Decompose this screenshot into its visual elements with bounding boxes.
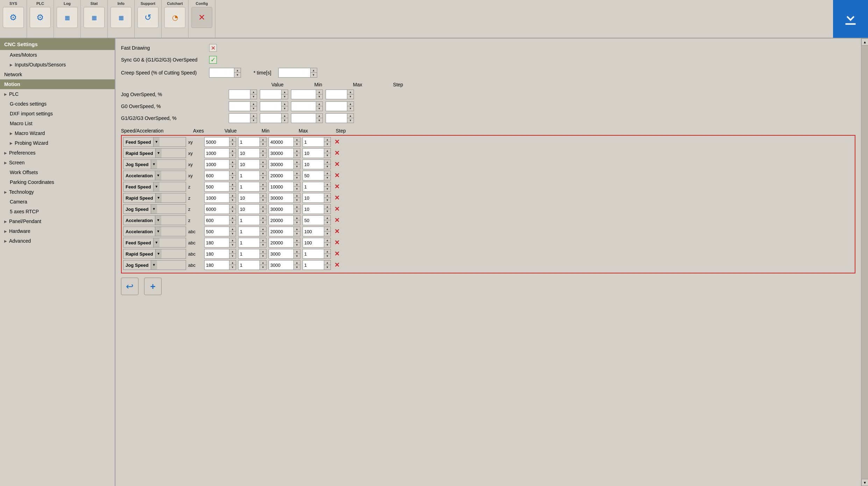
speed-value-9[interactable] xyxy=(205,238,229,247)
speed-min-down-7[interactable]: ▼ xyxy=(260,220,266,225)
speed-step-8[interactable] xyxy=(303,227,324,236)
speed-type-dropdown-9[interactable]: Feed Speed ▼ xyxy=(123,238,186,248)
sidebar-item-probing-wizard[interactable]: ▶ Probing Wizard xyxy=(0,138,115,148)
add-row-button[interactable]: + xyxy=(144,278,162,295)
config-icon[interactable]: ✕ xyxy=(191,7,212,28)
plc-icon[interactable]: ⚙ xyxy=(30,7,51,28)
speed-max-down-11[interactable]: ▼ xyxy=(294,265,300,270)
speed-value-down-0[interactable]: ▼ xyxy=(229,142,236,146)
speed-max-input-1[interactable]: ▲ ▼ xyxy=(269,148,300,158)
speed-min-input-5[interactable]: ▲ ▼ xyxy=(238,193,266,203)
g1-overspeed-min-up[interactable]: ▲ xyxy=(282,114,288,118)
download-button[interactable] xyxy=(833,0,868,38)
speed-min-down-0[interactable]: ▼ xyxy=(260,142,266,146)
speed-max-down-3[interactable]: ▼ xyxy=(294,176,300,180)
g0-overspeed-value-down[interactable]: ▼ xyxy=(250,106,257,111)
delete-row-button-1[interactable]: ✕ xyxy=(333,149,341,157)
jog-overspeed-step-input[interactable]: 10 ▲▼ xyxy=(326,90,354,99)
speed-step-up-5[interactable]: ▲ xyxy=(324,193,330,198)
speed-value-5[interactable] xyxy=(205,193,229,202)
speed-max-down-4[interactable]: ▼ xyxy=(294,187,300,191)
speed-max-up-4[interactable]: ▲ xyxy=(294,182,300,187)
speed-max-input-3[interactable]: ▲ ▼ xyxy=(269,171,300,180)
g0-overspeed-min[interactable]: 5 xyxy=(260,102,281,111)
undo-button[interactable]: ↩ xyxy=(121,278,138,295)
speed-max-down-8[interactable]: ▼ xyxy=(294,231,300,236)
g1-overspeed-max-input[interactable]: 150 ▲▼ xyxy=(291,113,323,123)
speed-min-7[interactable] xyxy=(239,216,259,225)
g0-overspeed-value[interactable]: 100 xyxy=(229,102,250,111)
scroll-track[interactable] xyxy=(861,45,868,479)
sidebar-item-screen[interactable]: ▶ Screen xyxy=(0,158,115,167)
speed-value-input-2[interactable]: ▲ ▼ xyxy=(204,159,236,169)
speed-step-2[interactable] xyxy=(303,160,324,169)
speed-max-down-2[interactable]: ▼ xyxy=(294,164,300,169)
speed-max-up-0[interactable]: ▲ xyxy=(294,137,300,142)
speed-type-arrow-icon-8[interactable]: ▼ xyxy=(155,227,161,236)
speed-max-up-1[interactable]: ▲ xyxy=(294,149,300,153)
speed-max-input-2[interactable]: ▲ ▼ xyxy=(269,159,300,169)
speed-value-4[interactable] xyxy=(205,182,229,191)
speed-step-down-6[interactable]: ▼ xyxy=(324,209,330,214)
delete-row-button-4[interactable]: ✕ xyxy=(333,183,341,191)
speed-max-up-11[interactable]: ▲ xyxy=(294,260,300,265)
speed-min-down-8[interactable]: ▼ xyxy=(260,231,266,236)
time-down[interactable]: ▼ xyxy=(311,73,317,77)
speed-value-down-10[interactable]: ▼ xyxy=(229,254,236,258)
creep-speed-spinners[interactable]: ▲ ▼ xyxy=(234,68,241,77)
speed-min-input-1[interactable]: ▲ ▼ xyxy=(238,148,266,158)
jog-overspeed-step[interactable]: 10 xyxy=(326,90,347,99)
sidebar-item-work-offsets[interactable]: Work Offsets xyxy=(0,167,115,177)
g0-overspeed-max-down[interactable]: ▼ xyxy=(316,106,322,111)
speed-min-input-2[interactable]: ▲ ▼ xyxy=(238,159,266,169)
speed-value-down-1[interactable]: ▼ xyxy=(229,153,236,158)
speed-step-down-4[interactable]: ▼ xyxy=(324,187,330,191)
delete-row-button-7[interactable]: ✕ xyxy=(333,216,341,224)
stat-icon[interactable]: ▦ xyxy=(84,7,105,28)
delete-row-button-2[interactable]: ✕ xyxy=(333,160,341,168)
scroll-up-button[interactable]: ▲ xyxy=(861,38,868,45)
speed-step-9[interactable] xyxy=(303,238,324,247)
speed-min-input-0[interactable]: ▲ ▼ xyxy=(238,137,266,147)
speed-type-arrow-icon-11[interactable]: ▼ xyxy=(151,260,157,270)
speed-value-2[interactable] xyxy=(205,160,229,169)
speed-step-down-0[interactable]: ▼ xyxy=(324,142,330,146)
speed-value-3[interactable] xyxy=(205,171,229,180)
speed-value-input-4[interactable]: ▲ ▼ xyxy=(204,182,236,192)
speed-value-up-2[interactable]: ▲ xyxy=(229,160,236,164)
speed-value-input-11[interactable]: ▲ ▼ xyxy=(204,260,236,270)
speed-value-input-9[interactable]: ▲ ▼ xyxy=(204,238,236,248)
speed-min-up-8[interactable]: ▲ xyxy=(260,227,266,231)
speed-step-down-1[interactable]: ▼ xyxy=(324,153,330,158)
info-icon[interactable]: ▦ xyxy=(111,7,131,28)
speed-value-up-8[interactable]: ▲ xyxy=(229,227,236,231)
g1-overspeed-max-down[interactable]: ▼ xyxy=(316,118,322,123)
speed-max-9[interactable] xyxy=(269,238,293,247)
speed-value-7[interactable] xyxy=(205,216,229,225)
speed-min-3[interactable] xyxy=(239,171,259,180)
speed-min-11[interactable] xyxy=(239,260,259,270)
speed-min-up-0[interactable]: ▲ xyxy=(260,137,266,142)
speed-step-down-9[interactable]: ▼ xyxy=(324,243,330,247)
speed-value-up-6[interactable]: ▲ xyxy=(229,205,236,209)
speed-value-down-3[interactable]: ▼ xyxy=(229,176,236,180)
g0-overspeed-min-down[interactable]: ▼ xyxy=(282,106,288,111)
sidebar-item-advanced[interactable]: ▶ Advanced xyxy=(0,236,115,246)
speed-max-up-5[interactable]: ▲ xyxy=(294,193,300,198)
speed-value-up-0[interactable]: ▲ xyxy=(229,137,236,142)
speed-step-10[interactable] xyxy=(303,249,324,258)
sys-icon[interactable]: ⚙ xyxy=(3,7,24,28)
g0-overspeed-step[interactable]: 5 xyxy=(326,102,347,111)
g1-overspeed-step-down[interactable]: ▼ xyxy=(347,118,354,123)
speed-max-input-6[interactable]: ▲ ▼ xyxy=(269,204,300,214)
speed-max-down-0[interactable]: ▼ xyxy=(294,142,300,146)
speed-value-0[interactable] xyxy=(205,137,229,146)
scroll-down-button[interactable]: ▼ xyxy=(861,479,868,486)
g1-overspeed-max[interactable]: 150 xyxy=(291,114,316,123)
speed-step-up-7[interactable]: ▲ xyxy=(324,216,330,220)
sidebar-item-macro-wizard[interactable]: ▶ Macro Wizard xyxy=(0,128,115,138)
speed-value-up-5[interactable]: ▲ xyxy=(229,193,236,198)
speed-step-up-8[interactable]: ▲ xyxy=(324,227,330,231)
speed-type-dropdown-5[interactable]: Rapid Speed ▼ xyxy=(123,193,186,203)
speed-value-input-1[interactable]: ▲ ▼ xyxy=(204,148,236,158)
